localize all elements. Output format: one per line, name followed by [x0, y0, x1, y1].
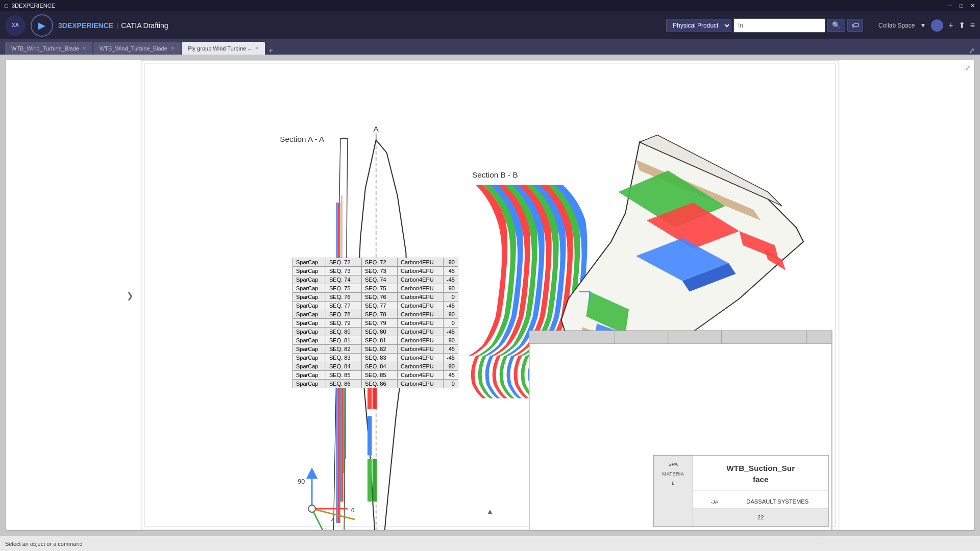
expand-canvas-button[interactable]: ⤢ — [965, 64, 970, 71]
add-button[interactable]: + — [948, 21, 953, 30]
search-container: Physical Product 🔍 🏷 — [666, 18, 863, 33]
svg-text:face: face — [753, 475, 769, 484]
svg-text:↗: ↗ — [330, 516, 335, 522]
svg-rect-49 — [693, 455, 828, 491]
maximize-button[interactable]: □ — [958, 2, 965, 9]
svg-rect-20 — [368, 459, 372, 502]
svg-rect-40 — [615, 331, 668, 343]
close-button[interactable]: ✕ — [969, 2, 976, 9]
svg-text:Section A - A: Section A - A — [280, 135, 325, 143]
tag-button[interactable]: 🏷 — [847, 19, 863, 32]
svg-rect-43 — [807, 331, 832, 343]
bottom-panel-toggle[interactable]: ▲ — [486, 507, 494, 515]
titlebar-controls: ─ □ ✕ — [946, 2, 976, 9]
table-row: SparCapSEQ. 86SEQ. 86Carbon4EPU0 — [293, 380, 458, 388]
collab-dropdown-icon[interactable]: ▼ — [920, 22, 926, 29]
toolbar: XA ▶ 3DEXPERIENCE | CATIA Drafting Physi… — [0, 11, 980, 39]
table-row: SparCapSEQ. 85SEQ. 85Carbon4EPU45 — [293, 371, 458, 380]
table-row: SparCapSEQ. 76SEQ. 76Carbon4EPU0 — [293, 293, 458, 302]
svg-text:0: 0 — [351, 507, 354, 513]
toolbar-right: Collab Space ▼ 👤 + ⬆ ≡ — [878, 19, 975, 32]
tab-0-close[interactable]: ✕ — [82, 45, 86, 51]
product-type-select[interactable]: Physical Product — [666, 19, 731, 32]
tab-add-button[interactable]: + — [266, 46, 276, 55]
table-row: SparCapSEQ. 83SEQ. 83Carbon4EPU-45 — [293, 354, 458, 362]
titlebar-title: 3DEXPERIENCE — [12, 3, 55, 9]
drawing-svg: Section A - A A — [6, 60, 974, 530]
tab-0[interactable]: WTB_Wind_Turbine_Blade ✕ — [5, 42, 92, 55]
svg-rect-39 — [529, 331, 615, 343]
titlebar: ⬡ 3DEXPERIENCE ─ □ ✕ — [0, 0, 980, 11]
svg-text:Section B - B: Section B - B — [472, 170, 518, 179]
status-right — [822, 536, 975, 551]
brand-name: 3DEXPERIENCE — [58, 21, 113, 30]
svg-rect-42 — [722, 331, 807, 343]
ply-data-table: SparCapSEQ. 72SEQ. 72Carbon4EPU90SparCap… — [292, 258, 458, 388]
statusbar: Select an object or a command — [0, 536, 980, 551]
svg-point-34 — [308, 505, 315, 512]
tab-1-close[interactable]: ✕ — [170, 45, 175, 51]
titlebar-left: ⬡ 3DEXPERIENCE — [4, 3, 55, 9]
table-row: SparCapSEQ. 78SEQ. 78Carbon4EPU90 — [293, 310, 458, 319]
app-brand: 3DEXPERIENCE | CATIA Drafting — [58, 21, 168, 30]
svg-rect-41 — [668, 331, 722, 343]
table-row: SparCapSEQ. 81SEQ. 81Carbon4EPU90 — [293, 336, 458, 345]
table-row: SparCapSEQ. 72SEQ. 72Carbon4EPU90 — [293, 258, 458, 267]
svg-text:90: 90 — [298, 478, 305, 485]
drawing-canvas[interactable]: ⤢ Section A - A — [5, 60, 975, 531]
tab-1-label: WTB_Wind_Turbine_Blade — [100, 45, 167, 52]
svg-text:MATERIA: MATERIA — [662, 471, 684, 477]
app-logo: XA — [5, 15, 26, 36]
left-panel-toggle[interactable]: ❯ — [127, 290, 133, 300]
svg-text:SPA: SPA — [668, 461, 678, 467]
svg-text:A: A — [374, 124, 379, 133]
svg-rect-21 — [373, 459, 377, 502]
expand-panel-button[interactable]: ⤢ — [969, 46, 975, 55]
settings-button[interactable]: ≡ — [970, 21, 975, 30]
svg-text:L: L — [672, 480, 675, 486]
svg-rect-22 — [368, 416, 372, 456]
tab-2-label: Ply group Wind Turbine -- — [188, 45, 252, 52]
tab-2[interactable]: Ply group Wind Turbine -- ✕ — [182, 42, 265, 55]
svg-text:WTB_Suction_Sur: WTB_Suction_Sur — [726, 464, 795, 472]
search-input[interactable] — [733, 18, 825, 33]
svg-text:DASSAULT SYSTEMES: DASSAULT SYSTEMES — [746, 498, 808, 505]
share-button[interactable]: ⬆ — [959, 20, 965, 30]
tab-2-close[interactable]: ✕ — [255, 45, 259, 51]
tabbar: WTB_Wind_Turbine_Blade ✕ WTB_Wind_Turbin… — [0, 39, 980, 55]
status-message: Select an object or a command — [5, 541, 817, 547]
table-row: SparCapSEQ. 75SEQ. 75Carbon4EPU90 — [293, 284, 458, 293]
table-row: SparCapSEQ. 80SEQ. 80Carbon4EPU-45 — [293, 328, 458, 336]
table-row: SparCapSEQ. 84SEQ. 84Carbon4EPU90 — [293, 362, 458, 371]
svg-text:-JA: -JA — [711, 499, 719, 505]
svg-text:22: 22 — [757, 514, 764, 520]
tab-1[interactable]: WTB_Wind_Turbine_Blade ✕ — [93, 42, 181, 55]
table-row: SparCapSEQ. 79SEQ. 79Carbon4EPU0 — [293, 319, 458, 328]
main-area: ❯ ⤢ Section A - A — [0, 55, 980, 536]
collab-space-label: Collab Space — [878, 22, 915, 29]
table-row: SparCapSEQ. 73SEQ. 73Carbon4EPU45 — [293, 267, 458, 276]
app-icon: ⬡ — [4, 3, 9, 9]
minimize-button[interactable]: ─ — [946, 2, 953, 9]
play-button[interactable]: ▶ — [31, 14, 53, 37]
search-button[interactable]: 🔍 — [827, 19, 845, 32]
user-avatar[interactable]: 👤 — [931, 19, 943, 32]
table-row: SparCapSEQ. 74SEQ. 74Carbon4EPU-45 — [293, 276, 458, 284]
brand-separator: | — [116, 22, 118, 29]
table-row: SparCapSEQ. 82SEQ. 82Carbon4EPU45 — [293, 345, 458, 354]
tab-0-label: WTB_Wind_Turbine_Blade — [11, 45, 79, 52]
app-title: CATIA Drafting — [121, 21, 168, 30]
table-row: SparCapSEQ. 77SEQ. 77Carbon4EPU-45 — [293, 302, 458, 310]
